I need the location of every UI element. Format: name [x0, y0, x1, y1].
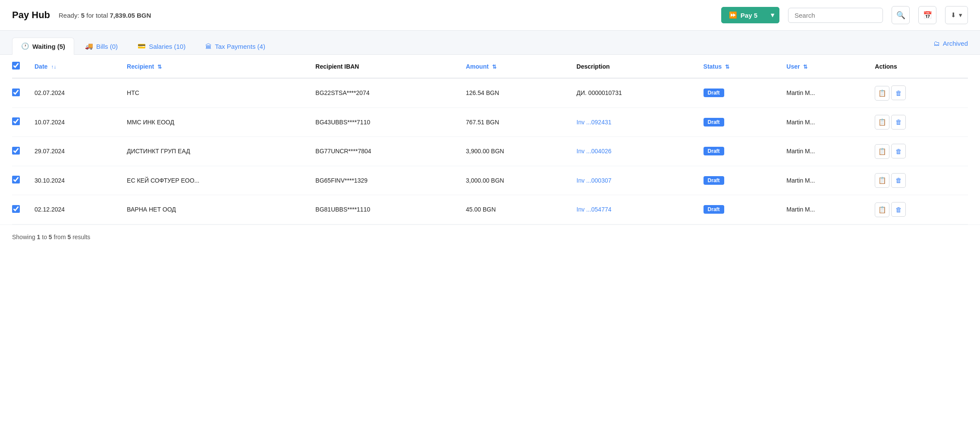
page-title: Pay Hub [12, 9, 50, 21]
row-recipient: ЕС КЕЙ СОФТУЕР ЕОО... [122, 166, 310, 195]
row-user: Martin M... [781, 166, 870, 195]
tab-waiting[interactable]: 🕐 Waiting (5) [12, 38, 74, 55]
table-row: 10.07.2024ММС ИНК ЕООДBG43UBBS****711076… [12, 108, 968, 137]
row-checkbox-1[interactable] [12, 117, 20, 125]
description-link[interactable]: Inv ...054774 [577, 206, 612, 213]
status-badge: Draft [704, 147, 724, 155]
description-link[interactable]: Inv ...004026 [577, 148, 612, 155]
row-actions: 📋🗑 [870, 108, 968, 137]
row-status: Draft [698, 166, 782, 195]
row-iban: BG81UBBS****1110 [310, 195, 461, 224]
col-recipient[interactable]: Recipient ⇅ [122, 55, 310, 78]
row-checkbox-2[interactable] [12, 147, 20, 155]
row-description[interactable]: Inv ...054774 [572, 195, 698, 224]
col-user[interactable]: User ⇅ [781, 55, 870, 78]
select-all-checkbox[interactable] [12, 62, 20, 70]
delete-button[interactable]: 🗑 [891, 115, 906, 130]
row-actions: 📋🗑 [870, 166, 968, 195]
row-checkbox-0[interactable] [12, 89, 20, 96]
view-details-button[interactable]: 📋 [875, 173, 889, 188]
archived-link[interactable]: 🗂 Archived [933, 40, 968, 52]
row-description[interactable]: Inv ...004026 [572, 137, 698, 166]
row-amount: 126.54 BGN [461, 78, 572, 108]
row-status: Draft [698, 137, 782, 166]
delete-button[interactable]: 🗑 [891, 144, 906, 158]
row-checkbox-cell [12, 78, 29, 108]
row-description[interactable]: Inv ...092431 [572, 108, 698, 137]
header: Pay Hub Ready: 5 for total 7,839.05 BGN … [0, 0, 980, 31]
row-amount: 767.51 BGN [461, 108, 572, 137]
tabs-bar: 🕐 Waiting (5) 🚚 Bills (0) 💳 Salaries (10… [0, 31, 980, 55]
row-checkbox-4[interactable] [12, 205, 20, 213]
col-status[interactable]: Status ⇅ [698, 55, 782, 78]
download-button[interactable]: ⬇ ▾ [945, 6, 968, 24]
row-actions: 📋🗑 [870, 195, 968, 224]
search-input[interactable] [795, 12, 876, 19]
view-details-button[interactable]: 📋 [875, 202, 889, 217]
col-date[interactable]: Date ↑↓ [29, 55, 122, 78]
search-field-wrapper [788, 8, 883, 23]
row-checkbox-cell [12, 137, 29, 166]
chevron-down-icon: ▾ [959, 11, 962, 19]
row-iban: BG77UNCR****7804 [310, 137, 461, 166]
id-card-icon: 💳 [138, 42, 146, 50]
truck-icon: 🚚 [85, 42, 93, 50]
row-checkbox-cell [12, 108, 29, 137]
row-date: 02.07.2024 [29, 78, 122, 108]
row-recipient: НТС [122, 78, 310, 108]
row-iban: BG22STSA****2074 [310, 78, 461, 108]
bank-icon: 🏛 [205, 43, 212, 50]
row-user: Martin M... [781, 78, 870, 108]
row-date: 30.10.2024 [29, 166, 122, 195]
table-header-row: Date ↑↓ Recipient ⇅ Recipient IBAN Amoun… [12, 55, 968, 78]
payments-table-wrapper: Date ↑↓ Recipient ⇅ Recipient IBAN Amoun… [0, 55, 980, 224]
view-details-button[interactable]: 📋 [875, 86, 889, 101]
col-iban: Recipient IBAN [310, 55, 461, 78]
tab-tax-payments[interactable]: 🏛 Tax Payments (4) [196, 38, 274, 54]
tab-bills[interactable]: 🚚 Bills (0) [76, 38, 127, 54]
header-status: Ready: 5 for total 7,839.05 BGN [59, 12, 151, 19]
table-footer: Showing 1 to 5 from 5 results [0, 224, 980, 249]
row-date: 29.07.2024 [29, 137, 122, 166]
row-checkbox-cell [12, 195, 29, 224]
row-iban: BG43UBBS****7110 [310, 108, 461, 137]
delete-button[interactable]: 🗑 [891, 85, 906, 100]
table-row: 02.07.2024НТСBG22STSA****2074126.54 BGNД… [12, 78, 968, 108]
clock-icon: 🕐 [21, 42, 29, 50]
sort-icon-user: ⇅ [803, 64, 807, 70]
select-all-header [12, 55, 29, 78]
sort-icon-amount: ⇅ [492, 64, 496, 70]
description-link[interactable]: Inv ...092431 [577, 119, 612, 126]
chevron-down-icon: ▾ [771, 11, 774, 19]
calendar-button[interactable]: 📅 [918, 6, 936, 24]
row-actions: 📋🗑 [870, 78, 968, 108]
row-checkbox-cell [12, 166, 29, 195]
tab-salaries[interactable]: 💳 Salaries (10) [129, 38, 195, 54]
row-date: 02.12.2024 [29, 195, 122, 224]
row-status: Draft [698, 108, 782, 137]
sort-icon-recipient: ⇅ [157, 64, 162, 70]
col-description: Description [572, 55, 698, 78]
table-row: 30.10.2024ЕС КЕЙ СОФТУЕР ЕОО...BG65FINV*… [12, 166, 968, 195]
description-link[interactable]: Inv ...000307 [577, 177, 612, 184]
status-badge: Draft [704, 118, 724, 126]
delete-button[interactable]: 🗑 [891, 173, 906, 188]
pay-button[interactable]: ⏩ Pay 5 ▾ [721, 7, 779, 23]
sort-icon-date: ↑↓ [51, 64, 56, 70]
col-amount[interactable]: Amount ⇅ [461, 55, 572, 78]
search-button[interactable]: 🔍 [892, 6, 910, 24]
row-checkbox-3[interactable] [12, 176, 20, 183]
delete-button[interactable]: 🗑 [891, 202, 906, 217]
download-icon: ⬇ [951, 11, 956, 19]
row-description: ДИ. 0000010731 [572, 78, 698, 108]
row-status: Draft [698, 78, 782, 108]
col-actions: Actions [870, 55, 968, 78]
row-description[interactable]: Inv ...000307 [572, 166, 698, 195]
row-recipient: ДИСТИНКТ ГРУП ЕАД [122, 137, 310, 166]
view-details-button[interactable]: 📋 [875, 115, 889, 130]
search-icon: 🔍 [896, 11, 905, 20]
payments-table: Date ↑↓ Recipient ⇅ Recipient IBAN Amoun… [12, 55, 968, 224]
view-details-button[interactable]: 📋 [875, 144, 889, 159]
row-amount: 3,900.00 BGN [461, 137, 572, 166]
archive-icon: 🗂 [933, 40, 940, 47]
